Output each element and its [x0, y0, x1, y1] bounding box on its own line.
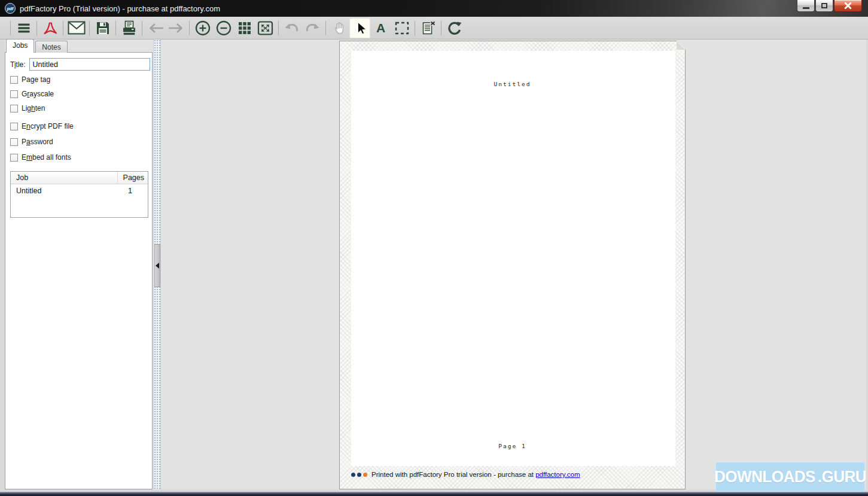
jobs-table-header: Job Pages	[11, 172, 148, 184]
column-header-job[interactable]: Job	[11, 172, 118, 184]
toolbar-separator	[89, 21, 90, 35]
forward-arrow-icon	[167, 22, 185, 34]
fit-page-button[interactable]	[255, 18, 276, 38]
tab-jobs[interactable]: Jobs	[6, 39, 34, 53]
checkbox-box[interactable]	[10, 138, 18, 146]
acrobat-pdf-button[interactable]	[39, 18, 60, 38]
back-arrow-icon	[147, 22, 165, 34]
refresh-icon	[447, 20, 462, 36]
thumbnail-grid-button[interactable]	[234, 18, 255, 38]
checkbox-box[interactable]	[10, 123, 18, 130]
minimize-icon	[803, 7, 809, 9]
job-row[interactable]: Untitled 1	[11, 184, 148, 197]
close-icon	[844, 2, 852, 10]
minimize-button[interactable]	[797, 0, 815, 12]
toolbar-separator	[63, 21, 63, 35]
trial-notice: Printed with pdfFactory Pro trial versio…	[351, 471, 580, 478]
window-title: pdfFactory Pro (Trial version) - purchas…	[20, 4, 220, 13]
redo-button[interactable]	[302, 18, 323, 38]
checkbox-encrypt-pdf[interactable]: Encrypt PDF file	[10, 122, 74, 130]
text-tool-button[interactable]: A	[370, 18, 391, 38]
menu-icon	[17, 21, 31, 35]
checkbox-label: Password	[22, 138, 53, 146]
print-icon	[121, 20, 137, 36]
hand-tool-button[interactable]	[328, 18, 349, 38]
splitter-collapse-handle[interactable]	[154, 244, 160, 287]
checkbox-box[interactable]	[10, 76, 18, 84]
checkbox-label: Encrypt PDF file	[22, 122, 74, 130]
select-cursor-button[interactable]	[349, 18, 370, 38]
marquee-select-icon	[394, 21, 410, 35]
document-header-text: Untitled	[340, 81, 685, 87]
dot-navy-icon	[357, 473, 361, 477]
pdffactory-link[interactable]: pdffactory.com	[535, 471, 580, 478]
column-header-pages[interactable]: Pages	[118, 174, 148, 182]
delete-job-button[interactable]	[418, 18, 438, 38]
page-number-text: Page 1	[340, 443, 685, 449]
jobs-table: Job Pages Untitled 1	[10, 171, 148, 218]
page-preview[interactable]: Untitled Page 1 Printed with pdfFactory …	[339, 41, 686, 489]
checkbox-lighten[interactable]: Lighten	[10, 104, 45, 112]
job-pages-cell: 1	[118, 187, 148, 195]
back-button[interactable]	[145, 18, 166, 38]
checkbox-label: Lighten	[22, 104, 45, 112]
redo-icon	[304, 22, 321, 35]
menu-button[interactable]	[13, 18, 34, 38]
save-button[interactable]	[92, 18, 113, 38]
undo-icon	[284, 22, 300, 35]
panel-splitter[interactable]	[153, 39, 161, 489]
checkbox-password[interactable]: Password	[10, 138, 53, 146]
dot-orange-icon	[363, 473, 367, 477]
panel-tabs: Jobs Notes	[6, 39, 68, 53]
zoom-out-button[interactable]	[213, 18, 234, 38]
checkbox-box[interactable]	[10, 154, 18, 162]
checkbox-label: Page tag	[22, 75, 50, 84]
refresh-button[interactable]	[444, 18, 465, 38]
app-logo-icon: pdf	[5, 3, 16, 14]
zoom-out-icon	[215, 20, 232, 36]
undo-button[interactable]	[281, 18, 302, 38]
print-button[interactable]	[118, 18, 139, 38]
title-field-label: Title:	[10, 60, 26, 69]
watermark-text-right: .GURU	[818, 467, 866, 487]
collapse-left-icon	[156, 263, 159, 269]
toolbar-separator	[142, 21, 142, 35]
tab-notes[interactable]: Notes	[35, 41, 67, 53]
downloads-guru-watermark[interactable]: DOWNLOADS .GURU	[715, 462, 865, 492]
toolbar-separator	[278, 21, 279, 35]
forward-button[interactable]	[166, 18, 187, 38]
checkbox-page-tag[interactable]: Page tag	[10, 75, 50, 84]
window-frame-left	[0, 39, 5, 489]
close-button[interactable]	[834, 0, 862, 12]
checkbox-label: Grayscale	[22, 90, 54, 98]
checkbox-label: Embed all fonts	[22, 153, 71, 162]
restore-button[interactable]	[815, 0, 833, 12]
dot-navy-icon	[351, 473, 355, 477]
checkbox-box[interactable]	[10, 90, 18, 98]
checkbox-grayscale[interactable]: Grayscale	[10, 90, 54, 98]
toolbar-separator	[325, 21, 326, 35]
title-bar: pdf pdfFactory Pro (Trial version) - pur…	[0, 0, 868, 17]
job-name-cell: Untitled	[11, 187, 118, 195]
toolbar: A	[0, 17, 868, 39]
text-tool-icon: A	[376, 22, 385, 34]
jobs-panel: Title: Page tag Grayscale Lighten Encryp…	[5, 52, 153, 489]
title-input[interactable]	[29, 58, 150, 71]
email-button[interactable]	[66, 18, 87, 38]
window-frame-bottom	[0, 492, 868, 496]
marquee-select-button[interactable]	[391, 18, 412, 38]
toolbar-separator	[115, 21, 116, 35]
acrobat-pdf-icon	[42, 20, 58, 36]
save-icon	[96, 21, 110, 35]
zoom-in-button[interactable]	[192, 18, 213, 38]
dogear-icon	[677, 41, 686, 50]
trial-notice-text: Printed with pdfFactory Pro trial versio…	[371, 471, 535, 478]
checkbox-box[interactable]	[10, 105, 18, 112]
toolbar-separator	[189, 21, 190, 35]
zoom-in-icon	[194, 20, 211, 36]
checkbox-embed-fonts[interactable]: Embed all fonts	[10, 153, 71, 162]
select-cursor-icon	[353, 21, 367, 35]
watermark-text-left: DOWNLOADS	[714, 467, 815, 487]
thumbnail-grid-icon	[237, 21, 252, 35]
delete-job-icon	[421, 20, 436, 36]
